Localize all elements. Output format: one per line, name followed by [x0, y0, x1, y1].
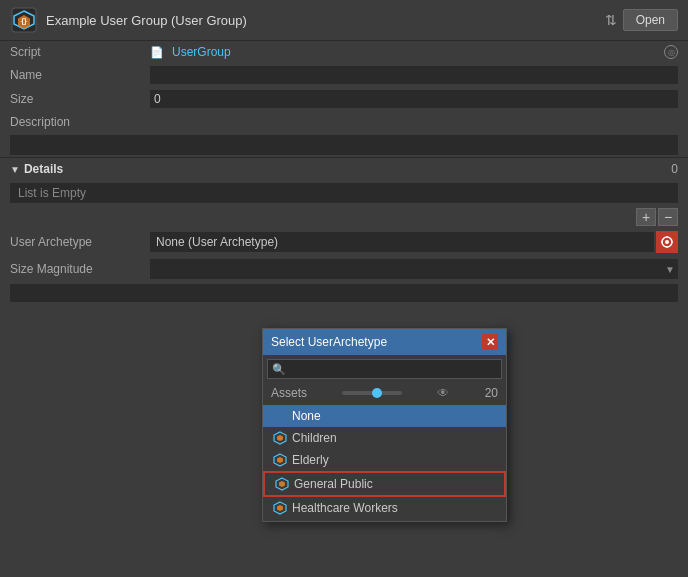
- svg-text:{}: {}: [21, 17, 27, 25]
- details-label: Details: [24, 162, 671, 176]
- size-row: Size 0: [0, 87, 688, 111]
- name-row: Name: [0, 63, 688, 87]
- filter-label: Assets: [271, 386, 307, 400]
- name-value-container: [150, 66, 678, 84]
- modal-search-container[interactable]: 🔍: [267, 359, 502, 379]
- title-actions: ⇅ Open: [605, 9, 678, 31]
- list-empty-box: List is Empty: [10, 183, 678, 203]
- modal-close-button[interactable]: ✕: [482, 334, 498, 350]
- user-archetype-target-icon[interactable]: [656, 231, 678, 253]
- size-magnitude-input[interactable]: [150, 259, 662, 279]
- archetype-item-label: Healthcare Workers: [292, 501, 398, 515]
- list-controls: + −: [0, 206, 688, 228]
- script-target-icon[interactable]: ◎: [664, 45, 678, 59]
- description-row: Description: [0, 111, 688, 133]
- name-label: Name: [10, 68, 150, 82]
- archetype-item-icon: [273, 501, 287, 515]
- name-field[interactable]: [150, 66, 678, 84]
- modal-list-item[interactable]: None: [263, 405, 506, 427]
- window-title: Example User Group (User Group): [46, 13, 247, 28]
- archetype-item-icon: [275, 477, 289, 491]
- list-empty-row: List is Empty: [0, 180, 688, 206]
- script-label: Script: [10, 45, 150, 59]
- details-arrow-icon[interactable]: ▼: [10, 164, 20, 175]
- size-field[interactable]: 0: [150, 90, 678, 108]
- size-magnitude-label: Size Magnitude: [10, 262, 150, 276]
- modal-list-item[interactable]: Healthcare Workers: [263, 497, 506, 519]
- list-empty-text: List is Empty: [18, 186, 86, 200]
- modal-list-item[interactable]: General Public: [263, 471, 506, 497]
- archetype-item-icon: [273, 431, 287, 445]
- user-archetype-row: User Archetype None (User Archetype): [0, 228, 688, 256]
- list-add-button[interactable]: +: [636, 208, 656, 226]
- modal-header: Select UserArchetype ✕: [263, 329, 506, 355]
- filter-count: 20: [485, 386, 498, 400]
- filter-slider[interactable]: [342, 391, 402, 395]
- script-file-icon: 📄: [150, 46, 164, 59]
- size-label: Size: [10, 92, 150, 106]
- size-magnitude-dropdown[interactable]: ▼: [662, 259, 678, 279]
- svg-point-5: [665, 240, 669, 244]
- modal-list-item[interactable]: Elderly: [263, 449, 506, 471]
- user-archetype-label: User Archetype: [10, 235, 150, 249]
- modal-filter-row: Assets 👁 20: [263, 383, 506, 403]
- script-row: Script 📄 UserGroup ◎: [0, 41, 688, 63]
- svg-marker-11: [277, 435, 283, 441]
- modal-list: None Children Elderly General Public Hea…: [263, 403, 506, 521]
- details-header: ▼ Details 0: [0, 157, 688, 180]
- size-magnitude-value-container: ▼: [150, 259, 678, 279]
- user-archetype-value-container: None (User Archetype): [150, 231, 678, 253]
- open-button[interactable]: Open: [623, 9, 678, 31]
- slider-thumb: [372, 388, 382, 398]
- details-count: 0: [671, 162, 678, 176]
- modal-title: Select UserArchetype: [271, 335, 387, 349]
- eye-icon: 👁: [437, 386, 449, 400]
- description-field[interactable]: [10, 135, 678, 155]
- archetype-item-icon: [273, 453, 287, 467]
- svg-marker-17: [277, 505, 283, 511]
- modal-list-item[interactable]: Children: [263, 427, 506, 449]
- svg-marker-13: [277, 457, 283, 463]
- archetype-item-label: None: [292, 409, 321, 423]
- description-label: Description: [10, 115, 150, 129]
- title-bar: {} Example User Group (User Group) ⇅ Ope…: [0, 0, 688, 41]
- archetype-item-label: Children: [292, 431, 337, 445]
- svg-marker-15: [279, 481, 285, 487]
- slider-track: [342, 391, 402, 395]
- arrange-icon: ⇅: [605, 12, 617, 28]
- user-archetype-field[interactable]: None (User Archetype): [150, 232, 654, 252]
- size-magnitude-row: Size Magnitude ▼: [0, 256, 688, 282]
- title-left: {} Example User Group (User Group): [10, 6, 247, 34]
- unity-icon: {}: [10, 6, 38, 34]
- size-value-container: 0: [150, 90, 678, 108]
- select-user-archetype-modal: Select UserArchetype ✕ 🔍 Assets 👁 20 Non…: [262, 328, 507, 522]
- archetype-item-label: Elderly: [292, 453, 329, 467]
- search-input[interactable]: [289, 362, 497, 376]
- script-value[interactable]: UserGroup: [172, 45, 231, 59]
- list-remove-button[interactable]: −: [658, 208, 678, 226]
- script-value-container: 📄 UserGroup ◎: [150, 45, 678, 59]
- full-width-field[interactable]: [10, 284, 678, 302]
- search-icon: 🔍: [272, 363, 286, 376]
- archetype-item-label: General Public: [294, 477, 373, 491]
